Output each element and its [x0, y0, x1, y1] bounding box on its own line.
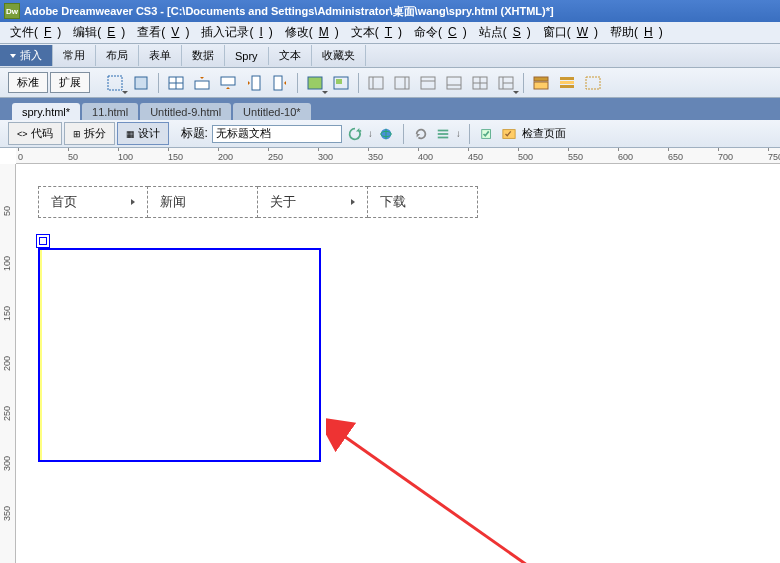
ap-div-element[interactable]	[38, 248, 321, 462]
svg-rect-8	[274, 76, 282, 90]
menu-h[interactable]: 帮助(H)	[604, 22, 669, 43]
separator	[358, 73, 359, 93]
refresh-icon[interactable]	[346, 125, 364, 143]
menu-f[interactable]: 文件(F)	[4, 22, 67, 43]
svg-rect-16	[421, 77, 435, 89]
separator	[297, 73, 298, 93]
ruler-tick: 200	[218, 152, 233, 162]
doc-tab-1[interactable]: 11.html	[82, 103, 138, 120]
ruler-tick: 150	[2, 306, 12, 321]
spry-item-2[interactable]: 关于	[258, 186, 368, 218]
globe-icon[interactable]	[377, 125, 395, 143]
insert-tab-2[interactable]: 布局	[96, 45, 139, 66]
separator	[469, 124, 470, 144]
ruler-tick: 600	[618, 152, 633, 162]
spry-item-3[interactable]: 下载	[368, 186, 478, 218]
menu-i[interactable]: 插入记录(I)	[195, 22, 278, 43]
separator	[523, 73, 524, 93]
options-icon[interactable]	[434, 125, 452, 143]
insert-tab-7[interactable]: 收藏夹	[312, 45, 366, 66]
ruler-tick: 50	[68, 152, 78, 162]
insert-tab-0[interactable]: 插入	[0, 45, 53, 66]
ruler-tick: 350	[368, 152, 383, 162]
insert-apdiv-icon[interactable]	[130, 72, 152, 94]
ruler-tick: 300	[2, 456, 12, 471]
menu-e[interactable]: 编辑(E)	[67, 22, 131, 43]
svg-rect-35	[438, 133, 449, 135]
frame-bottom-icon[interactable]	[443, 72, 465, 94]
ruler-horizontal: 0501001502002503003504004505005506006507…	[16, 148, 780, 164]
annotation-arrow	[326, 414, 726, 563]
menu-s[interactable]: 站点(S)	[473, 22, 537, 43]
spry-menu-bar[interactable]: 首页新闻关于下载	[38, 186, 478, 218]
layout-cell-icon[interactable]	[330, 72, 352, 94]
layout-table-icon[interactable]	[304, 72, 326, 94]
document-title-input[interactable]	[212, 125, 342, 143]
mode-btn-1[interactable]: 扩展	[50, 72, 90, 93]
svg-rect-1	[135, 77, 147, 89]
frameset-icon[interactable]	[495, 72, 517, 94]
view-btn-代码[interactable]: <>代码	[8, 122, 62, 145]
svg-rect-31	[586, 77, 600, 89]
frame-left-icon[interactable]	[365, 72, 387, 94]
view-btn-设计[interactable]: ▦设计	[117, 122, 169, 145]
svg-rect-7	[252, 76, 260, 90]
ruler-tick: 750	[768, 152, 780, 162]
insert-tab-1[interactable]: 常用	[53, 45, 96, 66]
check-browser-icon[interactable]	[500, 125, 518, 143]
ruler-tick: 400	[418, 152, 433, 162]
spry-item-0[interactable]: 首页	[38, 186, 148, 218]
svg-rect-27	[534, 82, 548, 89]
menu-m[interactable]: 修改(M)	[279, 22, 345, 43]
spry-item-1[interactable]: 新闻	[148, 186, 258, 218]
ruler-tick: 200	[2, 356, 12, 371]
table-row-below-icon[interactable]	[217, 72, 239, 94]
menu-c[interactable]: 命令(C)	[408, 22, 473, 43]
doc-tab-2[interactable]: Untitled-9.html	[140, 103, 231, 120]
table-row-above-icon[interactable]	[191, 72, 213, 94]
svg-rect-11	[336, 79, 342, 84]
ruler-tick: 700	[718, 152, 733, 162]
svg-rect-0	[108, 76, 122, 90]
svg-line-39	[341, 434, 696, 563]
validate-icon[interactable]	[478, 125, 496, 143]
table-col-right-icon[interactable]	[269, 72, 291, 94]
canvas-area: 50100150200250300350 首页新闻关于下载	[0, 164, 780, 563]
spry-panel-icon[interactable]	[530, 72, 552, 94]
mode-btn-0[interactable]: 标准	[8, 72, 48, 93]
svg-rect-6	[221, 77, 235, 85]
menu-w[interactable]: 窗口(W)	[537, 22, 604, 43]
view-btn-拆分[interactable]: ⊞拆分	[64, 122, 115, 145]
frame-top-icon[interactable]	[417, 72, 439, 94]
svg-rect-14	[395, 77, 409, 89]
frame-split-icon[interactable]	[469, 72, 491, 94]
menu-bar: 文件(F)编辑(E)查看(V)插入记录(I)修改(M)文本(T)命令(C)站点(…	[0, 22, 780, 44]
design-canvas[interactable]: 首页新闻关于下载	[16, 164, 780, 563]
insert-div-icon[interactable]	[104, 72, 126, 94]
insert-tab-6[interactable]: 文本	[269, 45, 312, 66]
spry-accordion-icon[interactable]	[556, 72, 578, 94]
insert-tab-4[interactable]: 数据	[182, 45, 225, 66]
insert-tab-5[interactable]: Spry	[225, 47, 269, 65]
doc-tab-0[interactable]: spry.html*	[12, 103, 80, 120]
menu-v[interactable]: 查看(V)	[131, 22, 195, 43]
ruler-tick: 50	[2, 206, 12, 216]
svg-rect-9	[308, 77, 322, 89]
check-page-label[interactable]: 检查页面	[522, 126, 566, 141]
apdiv-handle[interactable]	[36, 234, 50, 248]
doc-tab-3[interactable]: Untitled-10*	[233, 103, 310, 120]
svg-rect-36	[438, 136, 449, 138]
spry-collapsible-icon[interactable]	[582, 72, 604, 94]
table-col-left-icon[interactable]	[243, 72, 265, 94]
menu-t[interactable]: 文本(T)	[345, 22, 408, 43]
insert-toolbar: 插入常用布局表单数据Spry文本收藏夹	[0, 44, 780, 68]
ruler-tick: 550	[568, 152, 583, 162]
table-icon[interactable]	[165, 72, 187, 94]
svg-rect-28	[560, 77, 574, 80]
reload-icon[interactable]	[412, 125, 430, 143]
svg-rect-18	[447, 77, 461, 89]
frame-right-icon[interactable]	[391, 72, 413, 94]
document-toolbar: <>代码⊞拆分▦设计 标题: ↓ ↓ 检查页面	[0, 120, 780, 148]
insert-tab-3[interactable]: 表单	[139, 45, 182, 66]
svg-rect-34	[438, 129, 449, 131]
